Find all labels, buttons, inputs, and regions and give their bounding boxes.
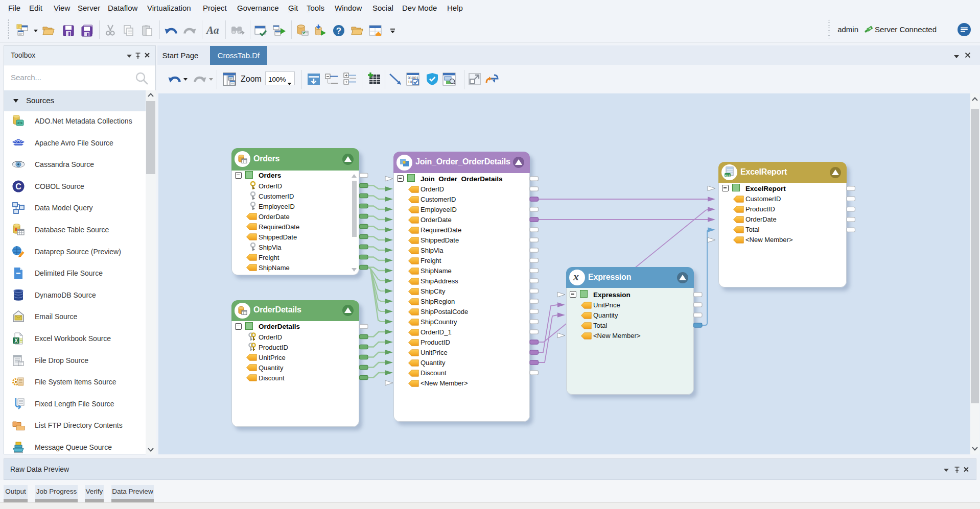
svg-text:<>: <> — [17, 120, 23, 126]
svg-text:X: X — [14, 338, 18, 344]
svg-text:C: C — [15, 182, 21, 191]
